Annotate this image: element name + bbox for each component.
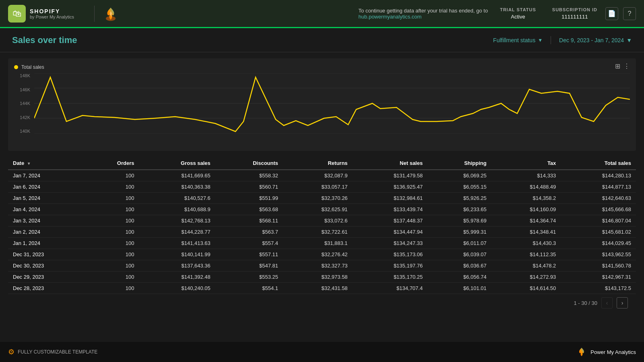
- table-cell: $5,999.31: [427, 226, 491, 238]
- table-cell: $144,877.13: [561, 181, 636, 193]
- table-cell: $563.7: [215, 226, 283, 238]
- table-cell: $136,925.47: [353, 181, 428, 193]
- table-cell: $135,197.76: [353, 260, 428, 272]
- next-page-button[interactable]: ›: [617, 297, 628, 309]
- table-cell: $32,625.91: [283, 204, 353, 215]
- table-cell: $133,439.74: [353, 204, 428, 215]
- table-cell: $14,364.74: [491, 215, 561, 226]
- table-cell: $131,479.58: [353, 170, 428, 181]
- line-chart-svg: [34, 73, 630, 134]
- table-cell: $132,984.61: [353, 193, 428, 204]
- table-cell: $6,233.65: [427, 204, 491, 215]
- table-cell: $142,967.31: [561, 272, 636, 283]
- table-cell: $32,276.42: [283, 249, 353, 260]
- subscription-id-value: 111111111: [552, 14, 597, 20]
- date-range-label: Dec 9, 2023 - Jan 7, 2024: [559, 37, 624, 43]
- document-icon-button[interactable]: 📄: [605, 7, 618, 20]
- table-cell: $137,448.37: [353, 215, 428, 226]
- table-cell: $143,962.55: [561, 249, 636, 260]
- pagination-info: 1 - 30 / 30: [574, 300, 597, 306]
- table-section: Date ▼ Orders Gross sales Discounts Retu…: [0, 157, 644, 312]
- table-cell: $553.25: [215, 272, 283, 283]
- table-row: Jan 7, 2024100$141,669.65$558.32$32,087.…: [8, 170, 636, 181]
- legend-label: Total sales: [21, 64, 44, 70]
- table-cell: $14,160.09: [491, 204, 561, 215]
- logo-text: SHOPIFY by Power My Analytics: [30, 8, 74, 19]
- date-chevron: ▼: [626, 37, 632, 43]
- y-label-144k: 144K: [20, 101, 30, 106]
- y-axis: 148K 146K 144K 142K 140K: [14, 73, 32, 134]
- col-gross-sales: Gross sales: [139, 157, 215, 170]
- footer-left: ⚙ FULLY CUSTOMIZABLE TEMPLATE: [8, 348, 97, 356]
- shopify-bag-icon: 🛍: [8, 5, 26, 23]
- sub-header: Sales over time Fulfillment status ▼ Dec…: [0, 28, 644, 52]
- table-cell: $14,272.93: [491, 272, 561, 283]
- chart-more-button[interactable]: ⋮: [623, 62, 630, 70]
- table-cell: $14,358.2: [491, 193, 561, 204]
- table-cell: 100: [87, 170, 139, 181]
- filter-separator: [551, 36, 551, 44]
- table-header-row: Date ▼ Orders Gross sales Discounts Retu…: [8, 157, 636, 170]
- table-cell: 100: [87, 215, 139, 226]
- trial-link[interactable]: hub.powermyanalytics.com: [359, 14, 422, 20]
- table-cell: $141,413.63: [139, 238, 215, 249]
- table-row: Jan 1, 2024100$141,413.63$557.4$31,883.1…: [8, 238, 636, 249]
- table-cell: $135,170.25: [353, 272, 428, 283]
- table-cell: $554.1: [215, 283, 283, 294]
- table-cell: 100: [87, 272, 139, 283]
- table-row: Jan 2, 2024100$144,228.77$563.7$32,722.6…: [8, 226, 636, 238]
- sales-table: Date ▼ Orders Gross sales Discounts Retu…: [8, 157, 636, 294]
- table-cell: $135,173.06: [353, 249, 428, 260]
- table-cell: $14,348.41: [491, 226, 561, 238]
- subscription-id-label: SUBSCRIPTION ID: [552, 7, 597, 12]
- trial-status-label: TRIAL STATUS: [500, 7, 536, 12]
- filter-group: Fulfillment status ▼ Dec 9, 2023 - Jan 7…: [493, 36, 632, 44]
- y-label-142k: 142K: [20, 115, 30, 120]
- prev-page-button[interactable]: ‹: [601, 297, 613, 309]
- table-cell: $141,392.48: [139, 272, 215, 283]
- table-cell: $14,333: [491, 170, 561, 181]
- table-cell: $6,056.74: [427, 272, 491, 283]
- shopify-sublabel: by Power My Analytics: [30, 14, 74, 19]
- table-cell: Jan 6, 2024: [8, 181, 87, 193]
- table-row: Dec 28, 2023100$140,240.05$554.1$32,431.…: [8, 283, 636, 294]
- table-cell: $6,101.01: [427, 283, 491, 294]
- table-cell: $32,087.9: [283, 170, 353, 181]
- table-cell: Jan 2, 2024: [8, 226, 87, 238]
- table-cell: $32,973.58: [283, 272, 353, 283]
- col-orders: Orders: [87, 157, 139, 170]
- template-label: FULLY CUSTOMIZABLE TEMPLATE: [18, 349, 97, 355]
- col-net-sales: Net sales: [353, 157, 428, 170]
- chart-legend: Total sales: [14, 64, 630, 70]
- table-cell: $14,112.35: [491, 249, 561, 260]
- table-cell: 100: [87, 238, 139, 249]
- table-cell: 100: [87, 249, 139, 260]
- table-cell: 100: [87, 283, 139, 294]
- date-range-filter[interactable]: Dec 9, 2023 - Jan 7, 2024 ▼: [559, 37, 632, 43]
- table-cell: $558.32: [215, 170, 283, 181]
- table-cell: $557.11: [215, 249, 283, 260]
- footer-right: Power My Analytics: [576, 346, 636, 358]
- pma-logo: [103, 6, 119, 22]
- table-cell: 100: [87, 193, 139, 204]
- table-cell: 100: [87, 204, 139, 215]
- table-cell: $32,327.73: [283, 260, 353, 272]
- table-cell: $141,669.65: [139, 170, 215, 181]
- table-cell: Jan 4, 2024: [8, 204, 87, 215]
- table-cell: $140,527.6: [139, 193, 215, 204]
- table-cell: $145,681.02: [561, 226, 636, 238]
- table-cell: $568.11: [215, 215, 283, 226]
- table-cell: $32,370.26: [283, 193, 353, 204]
- chart-export-button[interactable]: ⊞: [615, 62, 620, 70]
- y-label-146k: 146K: [20, 87, 30, 92]
- fulfillment-filter[interactable]: Fulfillment status ▼: [493, 37, 543, 43]
- table-cell: $14,614.50: [491, 283, 561, 294]
- col-date[interactable]: Date ▼: [8, 157, 87, 170]
- table-cell: $141,560.78: [561, 260, 636, 272]
- table-cell: 100: [87, 260, 139, 272]
- col-discounts: Discounts: [215, 157, 283, 170]
- table-cell: $134,247.33: [353, 238, 428, 249]
- help-icon-button[interactable]: ?: [623, 7, 636, 20]
- table-cell: $32,431.58: [283, 283, 353, 294]
- chart-svg-area: [34, 73, 630, 134]
